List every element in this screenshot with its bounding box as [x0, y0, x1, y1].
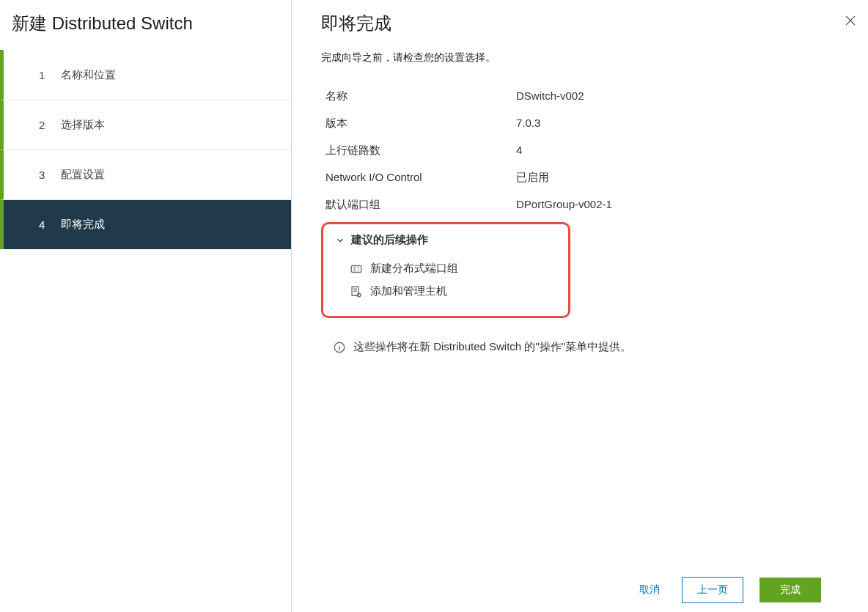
info-icon	[333, 341, 346, 354]
summary-defaultpg-value: DPortGroup-v002-1	[516, 198, 839, 212]
wizard-sidebar: 新建 Distributed Switch 1 名称和位置 2 选择版本 3 配…	[0, 0, 292, 612]
step-number: 1	[39, 69, 61, 81]
suggested-new-port-group: 新建分布式端口组	[335, 257, 556, 280]
svg-rect-0	[351, 265, 361, 272]
suggested-actions-callout: 建议的后续操作 新建分布式端口组 添加和管理主机	[321, 222, 570, 318]
suggested-actions-header: 建议的后续操作	[351, 233, 428, 247]
suggested-actions-toggle[interactable]: 建议的后续操作	[335, 233, 556, 247]
summary-grid: 名称 DSwitch-v002 版本 7.0.3 上行链路数 4 Network…	[326, 89, 839, 212]
wizard-title: 新建 Distributed Switch	[0, 0, 291, 50]
info-note-text: 这些操作将在新 Distributed Switch 的"操作"菜单中提供。	[353, 340, 631, 354]
summary-version-label: 版本	[326, 117, 516, 130]
wizard-footer: 取消 上一页 完成	[321, 567, 839, 612]
step-configure-settings[interactable]: 3 配置设置	[0, 150, 291, 199]
step-name-location[interactable]: 1 名称和位置	[0, 50, 291, 100]
svg-point-2	[358, 293, 361, 297]
step-select-version[interactable]: 2 选择版本	[0, 100, 291, 150]
finish-button[interactable]: 完成	[760, 578, 821, 602]
summary-nioc-value: 已启用	[516, 171, 839, 185]
close-button[interactable]	[840, 10, 861, 31]
summary-defaultpg-label: 默认端口组	[326, 198, 516, 212]
step-ready-to-complete[interactable]: 4 即将完成	[0, 199, 291, 249]
summary-name-value: DSwitch-v002	[516, 89, 839, 103]
step-label: 即将完成	[61, 218, 105, 232]
suggested-item-label: 新建分布式端口组	[370, 262, 458, 276]
info-note: 这些操作将在新 Distributed Switch 的"操作"菜单中提供。	[333, 340, 839, 354]
step-label: 配置设置	[61, 168, 105, 182]
step-number: 3	[39, 169, 61, 181]
summary-uplinks-label: 上行链路数	[326, 144, 516, 158]
summary-name-label: 名称	[326, 89, 516, 103]
page-subtitle: 完成向导之前，请检查您的设置选择。	[321, 51, 839, 64]
summary-version-value: 7.0.3	[516, 117, 839, 130]
close-icon	[844, 14, 857, 27]
chevron-down-icon	[335, 235, 345, 246]
step-label: 名称和位置	[61, 68, 116, 82]
summary-uplinks-value: 4	[516, 144, 839, 158]
wizard-steps: 1 名称和位置 2 选择版本 3 配置设置 4 即将完成	[0, 50, 291, 249]
suggested-add-manage-hosts: 添加和管理主机	[335, 280, 556, 303]
summary-nioc-label: Network I/O Control	[326, 171, 516, 185]
wizard-main: 即将完成 完成向导之前，请检查您的设置选择。 名称 DSwitch-v002 版…	[292, 0, 868, 612]
step-number: 2	[39, 119, 61, 131]
page-title: 即将完成	[321, 12, 839, 35]
step-number: 4	[39, 218, 61, 231]
port-group-icon	[350, 262, 363, 276]
suggested-item-label: 添加和管理主机	[370, 284, 447, 298]
cancel-button[interactable]: 取消	[633, 579, 666, 601]
back-button[interactable]: 上一页	[682, 577, 743, 603]
hosts-icon	[350, 285, 363, 298]
step-label: 选择版本	[61, 118, 105, 132]
